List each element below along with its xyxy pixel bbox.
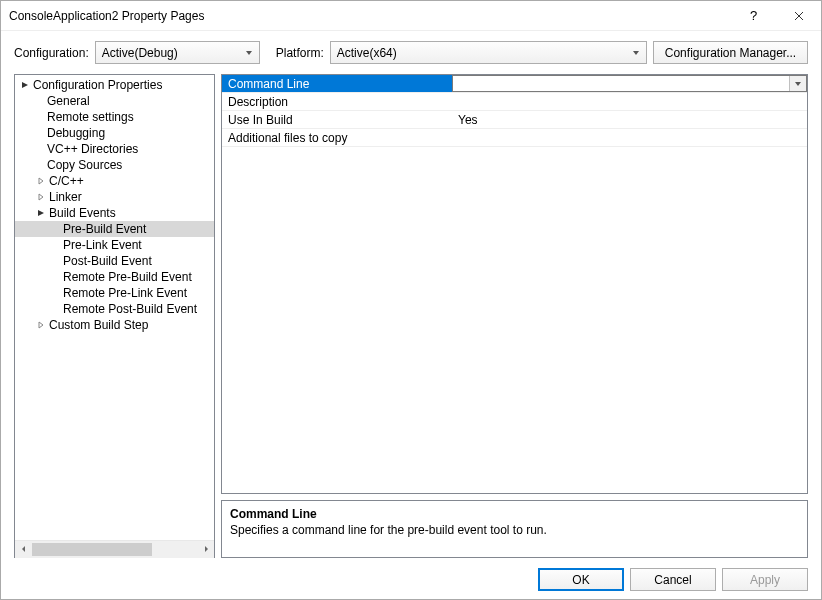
grid-name: Use In Build <box>222 111 452 128</box>
scroll-thumb[interactable] <box>32 543 152 556</box>
horizontal-scrollbar[interactable] <box>15 540 214 557</box>
tree-item-c-cpp[interactable]: C/C++ <box>15 173 214 189</box>
tree-item-custom-build-step[interactable]: Custom Build Step <box>15 317 214 333</box>
close-button[interactable] <box>776 1 821 31</box>
tree-item-post-build-event[interactable]: Post-Build Event <box>15 253 214 269</box>
configuration-label: Configuration: <box>14 46 89 60</box>
platform-value: Active(x64) <box>337 46 397 60</box>
tree-item-vc-directories[interactable]: VC++ Directories <box>15 141 214 157</box>
tree-pane: Configuration Properties General Remote … <box>14 74 215 558</box>
tree-item-remote-settings[interactable]: Remote settings <box>15 109 214 125</box>
chevron-down-icon <box>632 46 640 60</box>
collapse-icon[interactable] <box>19 81 31 89</box>
scroll-left-button[interactable] <box>15 541 32 558</box>
scroll-right-button[interactable] <box>197 541 214 558</box>
close-icon <box>794 11 804 21</box>
titlebar: ConsoleApplication2 Property Pages ? <box>1 1 821 31</box>
grid-name: Additional files to copy <box>222 129 452 146</box>
footer: OK Cancel Apply <box>1 564 821 600</box>
tree-item-pre-build-event[interactable]: Pre-Build Event <box>15 221 214 237</box>
grid-row-description[interactable]: Description <box>222 93 807 111</box>
expand-icon[interactable] <box>35 193 47 201</box>
window-title: ConsoleApplication2 Property Pages <box>9 9 731 23</box>
tree-root[interactable]: Configuration Properties <box>15 77 214 93</box>
expand-icon[interactable] <box>35 177 47 185</box>
cancel-button[interactable]: Cancel <box>630 568 716 591</box>
grid-value[interactable]: Yes <box>452 111 807 128</box>
grid-value[interactable] <box>452 93 807 110</box>
tree-item-remote-pre-build-event[interactable]: Remote Pre-Build Event <box>15 269 214 285</box>
grid-value[interactable] <box>452 129 807 146</box>
grid-value[interactable] <box>452 75 807 92</box>
tree-item-remote-post-build-event[interactable]: Remote Post-Build Event <box>15 301 214 317</box>
grid-row-additional-files[interactable]: Additional files to copy <box>222 129 807 147</box>
grid-row-command-line[interactable]: Command Line <box>222 75 807 93</box>
chevron-down-icon <box>245 46 253 60</box>
grid-name: Description <box>222 93 452 110</box>
platform-combo[interactable]: Active(x64) <box>330 41 647 64</box>
dropdown-button[interactable] <box>789 76 806 91</box>
tree-item-pre-link-event[interactable]: Pre-Link Event <box>15 237 214 253</box>
description-text: Specifies a command line for the pre-bui… <box>230 523 799 537</box>
property-grid: Command Line Description Use In Build Ye… <box>221 74 808 494</box>
collapse-icon[interactable] <box>35 209 47 217</box>
grid-name: Command Line <box>222 75 452 92</box>
apply-button: Apply <box>722 568 808 591</box>
configuration-value: Active(Debug) <box>102 46 178 60</box>
tree[interactable]: Configuration Properties General Remote … <box>15 75 214 540</box>
tree-item-linker[interactable]: Linker <box>15 189 214 205</box>
description-title: Command Line <box>230 507 799 521</box>
description-pane: Command Line Specifies a command line fo… <box>221 500 808 558</box>
ok-button[interactable]: OK <box>538 568 624 591</box>
grid-row-use-in-build[interactable]: Use In Build Yes <box>222 111 807 129</box>
tree-item-remote-pre-link-event[interactable]: Remote Pre-Link Event <box>15 285 214 301</box>
tree-item-copy-sources[interactable]: Copy Sources <box>15 157 214 173</box>
configuration-manager-button[interactable]: Configuration Manager... <box>653 41 808 64</box>
configuration-combo[interactable]: Active(Debug) <box>95 41 260 64</box>
platform-label: Platform: <box>276 46 324 60</box>
scroll-track[interactable] <box>32 541 197 558</box>
config-toolbar: Configuration: Active(Debug) Platform: A… <box>1 31 821 74</box>
expand-icon[interactable] <box>35 321 47 329</box>
tree-item-general[interactable]: General <box>15 93 214 109</box>
tree-item-debugging[interactable]: Debugging <box>15 125 214 141</box>
tree-item-build-events[interactable]: Build Events <box>15 205 214 221</box>
help-button[interactable]: ? <box>731 1 776 31</box>
